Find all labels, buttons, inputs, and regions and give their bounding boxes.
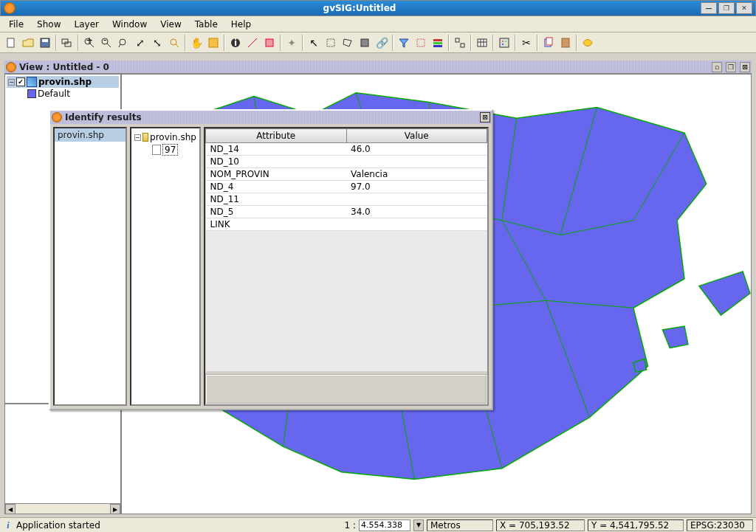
document-icon bbox=[152, 145, 161, 155]
save-icon[interactable] bbox=[37, 35, 53, 51]
attr-cell: ND_4 bbox=[206, 181, 347, 193]
value-cell bbox=[346, 218, 487, 231]
toc-legend-row[interactable]: Default bbox=[7, 88, 119, 100]
status-message: Application started bbox=[16, 520, 193, 531]
menu-bar: File Show Layer Window View Table Help bbox=[0, 16, 756, 32]
menu-layer[interactable]: Layer bbox=[68, 18, 104, 31]
window-title: gvSIG:Untitled bbox=[20, 3, 699, 13]
invert-sel-icon[interactable] bbox=[357, 35, 373, 51]
tree-feature-node[interactable]: 97 bbox=[152, 143, 196, 156]
full-extent-icon[interactable]: ⤢ bbox=[132, 35, 148, 51]
table-row[interactable]: ND_497.0 bbox=[206, 181, 487, 193]
table-row[interactable]: ND_10 bbox=[206, 156, 487, 168]
tools-icon[interactable]: ✂ bbox=[518, 35, 535, 51]
table-row[interactable]: NOM_PROVINValencia bbox=[206, 168, 487, 181]
measure-dist-icon[interactable] bbox=[244, 35, 261, 51]
table-row[interactable]: ND_534.0 bbox=[206, 206, 487, 218]
app-icon bbox=[4, 2, 16, 14]
zoom-layer-icon[interactable]: ⤡ bbox=[149, 35, 165, 51]
view-restore-button[interactable]: ❐ bbox=[726, 62, 736, 72]
copy-icon[interactable] bbox=[540, 35, 557, 51]
scroll-left-icon[interactable]: ◀ bbox=[5, 504, 16, 514]
menu-window[interactable]: Window bbox=[106, 18, 153, 31]
pointer-icon[interactable]: ↖ bbox=[306, 35, 322, 51]
view-iconify-button[interactable]: ▫ bbox=[712, 62, 722, 72]
menu-show[interactable]: Show bbox=[31, 18, 66, 31]
scale-input[interactable] bbox=[359, 519, 410, 531]
toc-layer-row[interactable]: − ✔ provin.shp bbox=[7, 76, 119, 88]
view-icon bbox=[6, 62, 16, 72]
toolbar-separator bbox=[185, 35, 186, 51]
value-cell: 97.0 bbox=[346, 181, 487, 193]
table-icon[interactable] bbox=[474, 35, 490, 51]
toolbar-separator bbox=[576, 35, 577, 51]
svg-rect-27 bbox=[478, 39, 487, 46]
svg-rect-24 bbox=[433, 45, 442, 47]
extent-frame-icon[interactable] bbox=[205, 35, 221, 51]
geoprocess-icon[interactable] bbox=[580, 35, 596, 51]
attribute-table[interactable]: Attribute Value ND_1446.0 ND_10 NOM_PROV… bbox=[205, 128, 487, 371]
svg-point-12 bbox=[171, 39, 176, 45]
layer-visibility-checkbox[interactable]: ✔ bbox=[16, 77, 25, 86]
menu-help[interactable]: Help bbox=[225, 18, 257, 31]
identify-layer-list[interactable]: provin.shp bbox=[53, 127, 127, 406]
scale-dropdown-button[interactable]: ▼ bbox=[413, 519, 424, 531]
attr-header[interactable]: Attribute bbox=[206, 129, 347, 143]
value-header[interactable]: Value bbox=[346, 129, 487, 143]
tree-feature-label: 97 bbox=[162, 144, 178, 156]
toolbar-separator bbox=[55, 35, 57, 51]
maximize-button[interactable]: ❐ bbox=[718, 2, 735, 14]
identify-results-dialog[interactable]: Identify results ⊠ provin.shp − provin.s… bbox=[49, 109, 493, 410]
toc-scrollbar[interactable]: ◀ ▶ bbox=[5, 503, 120, 514]
link-icon[interactable]: 🔗 bbox=[374, 35, 390, 51]
tree-toggle-icon[interactable]: − bbox=[134, 134, 141, 141]
zoom-selection-icon[interactable] bbox=[166, 35, 182, 51]
toolbar-separator bbox=[515, 35, 516, 51]
identify-feature-tree[interactable]: − provin.shp 97 bbox=[130, 127, 201, 406]
select-poly-icon[interactable] bbox=[340, 35, 356, 51]
view-manager-icon[interactable] bbox=[59, 35, 75, 51]
filter-icon[interactable] bbox=[396, 35, 412, 51]
identify-dialog-titlebar[interactable]: Identify results ⊠ bbox=[50, 111, 492, 124]
identify-close-button[interactable]: ⊠ bbox=[480, 112, 490, 122]
zoom-prev-icon[interactable] bbox=[115, 35, 131, 51]
table-row[interactable]: ND_11 bbox=[206, 193, 487, 206]
identify-attributes-panel: Attribute Value ND_1446.0 ND_10 NOM_PROV… bbox=[204, 127, 489, 406]
view-close-button[interactable]: ⊠ bbox=[740, 62, 750, 72]
svg-point-34 bbox=[502, 44, 504, 45]
minimize-button[interactable]: — bbox=[701, 2, 717, 14]
raster-icon[interactable] bbox=[496, 35, 512, 51]
menu-view[interactable]: View bbox=[154, 18, 187, 31]
zoom-out-icon[interactable]: - bbox=[98, 35, 114, 51]
svg-text:i: i bbox=[234, 38, 237, 48]
paste-icon[interactable] bbox=[557, 35, 574, 51]
new-icon[interactable] bbox=[3, 35, 19, 51]
attr-cell: ND_11 bbox=[206, 193, 347, 206]
scroll-right-icon[interactable]: ▶ bbox=[110, 504, 120, 514]
menu-file[interactable]: File bbox=[3, 18, 30, 31]
pan-icon[interactable]: ✋ bbox=[188, 35, 205, 51]
identify-icon[interactable]: i bbox=[227, 35, 244, 51]
tree-root-node[interactable]: − provin.shp bbox=[134, 131, 196, 143]
value-cell: 34.0 bbox=[346, 206, 487, 218]
identify-layer-item[interactable]: provin.shp bbox=[55, 128, 126, 142]
attributes-icon[interactable] bbox=[430, 35, 446, 51]
toolbar-separator bbox=[224, 35, 225, 51]
tree-toggle-icon[interactable]: − bbox=[8, 79, 15, 86]
zoom-in-icon[interactable]: + bbox=[81, 35, 97, 51]
measure-area-icon[interactable] bbox=[261, 35, 278, 51]
menu-table[interactable]: Table bbox=[189, 18, 224, 31]
select-rect-icon[interactable] bbox=[323, 35, 339, 51]
open-icon[interactable] bbox=[20, 35, 36, 51]
scale-prefix: 1 : bbox=[345, 520, 357, 531]
table-row[interactable]: ND_1446.0 bbox=[206, 143, 487, 156]
clear-sel-icon[interactable] bbox=[413, 35, 429, 51]
svg-rect-31 bbox=[500, 38, 509, 47]
locate-icon[interactable] bbox=[452, 35, 468, 51]
svg-point-33 bbox=[505, 41, 506, 42]
toc-legend-label: Default bbox=[38, 89, 70, 99]
table-row[interactable]: LINK bbox=[206, 218, 487, 231]
toolbar-separator bbox=[78, 35, 79, 51]
folder-icon bbox=[142, 133, 148, 142]
close-button[interactable]: ✕ bbox=[736, 2, 752, 14]
